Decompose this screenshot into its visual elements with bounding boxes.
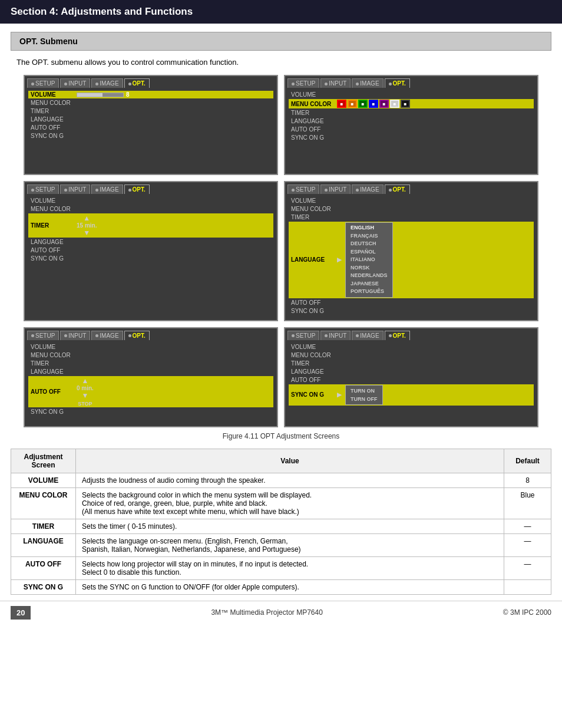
screen6-content: VOLUME MENU COLOR TIMER LANGUAGE AUTO OF… — [285, 340, 537, 411]
tab-setup-1[interactable]: SETUP — [27, 78, 59, 88]
menu-autooff-5[interactable]: AUTO OFF ▲ 0 min. ▼ STOP — [28, 376, 273, 407]
menu-language-1[interactable]: LANGUAGE — [28, 116, 273, 123]
tab-opt-2[interactable]: OPT. — [385, 78, 410, 88]
table-row: AUTO OFF Selects how long projector will… — [11, 556, 551, 579]
menu-autooff-3[interactable]: AUTO OFF — [28, 246, 273, 254]
tab-input-1[interactable]: INPUT — [60, 78, 90, 88]
section-title-text: Section 4: Adjustments and Functions — [11, 6, 193, 17]
menu-timer-4[interactable]: TIMER — [289, 213, 534, 221]
menu-volume-5[interactable]: VOLUME — [28, 343, 273, 351]
tab-image-4[interactable]: IMAGE — [352, 185, 383, 194]
menu-syncong-6[interactable]: SYNC ON G ▶ TURN ON TURN OFF — [289, 384, 534, 406]
tab-input-5[interactable]: INPUT — [60, 331, 90, 340]
language-submenu-arrow: ▶ — [337, 256, 342, 263]
menu-timer-2[interactable]: TIMER — [289, 109, 534, 117]
menu-volume-4[interactable]: VOLUME — [289, 197, 534, 205]
tab-image-3[interactable]: IMAGE — [91, 185, 123, 194]
tab-input-3[interactable]: INPUT — [60, 185, 90, 194]
tab-image-1[interactable]: IMAGE — [91, 78, 123, 88]
submenu-title-text: OPT. Submenu — [19, 37, 78, 46]
menu-menucolor-2[interactable]: MENU COLOR ■ ■ ■ ■ ■ ■ ■ — [289, 99, 534, 108]
menu-syncong-2[interactable]: SYNC ON G — [289, 134, 534, 141]
lang-japanese[interactable]: JAPANESE — [349, 280, 389, 288]
adj-syncong-value: Sets the SYNC on G function to ON/OFF (f… — [76, 579, 504, 594]
menu-menucolor-5[interactable]: MENU COLOR — [28, 351, 273, 359]
menu-autooff-4[interactable]: AUTO OFF — [289, 299, 534, 307]
sync-submenu: TURN ON TURN OFF — [345, 385, 383, 406]
menu-volume-6[interactable]: VOLUME — [289, 343, 534, 351]
tab-setup-4[interactable]: SETUP — [287, 185, 319, 194]
intro-text: The OPT. submenu allows you to control c… — [16, 58, 551, 67]
menu-timer-6[interactable]: TIMER — [289, 360, 534, 367]
tab-setup-2[interactable]: SETUP — [287, 78, 319, 88]
lang-norsk[interactable]: NORSK — [349, 264, 389, 272]
footer-center-text: 3M™ Multimedia Projector MP7640 — [211, 608, 322, 617]
swatch-red[interactable]: ■ — [337, 100, 346, 108]
menu-autooff-2[interactable]: AUTO OFF — [289, 126, 534, 133]
menu-syncong-3[interactable]: SYNC ON G — [28, 255, 273, 262]
swatch-purple[interactable]: ■ — [379, 100, 389, 108]
tab-image-5[interactable]: IMAGE — [91, 331, 123, 340]
timer-down-arrow[interactable]: ▼ — [83, 229, 90, 237]
swatch-black[interactable]: ■ — [401, 100, 410, 108]
autooff-down-arrow[interactable]: ▼ — [82, 391, 89, 400]
menu-autooff-1[interactable]: AUTO OFF — [28, 124, 273, 131]
tab-opt-4[interactable]: OPT. — [385, 185, 410, 194]
tab-setup-3[interactable]: SETUP — [27, 185, 59, 194]
swatch-orange[interactable]: ■ — [348, 100, 357, 108]
sync-turn-on[interactable]: TURN ON — [351, 387, 378, 395]
menu-menucolor-1[interactable]: MENU COLOR — [28, 99, 273, 107]
tab-input-4[interactable]: INPUT — [320, 185, 351, 194]
menu-timer-5[interactable]: TIMER — [28, 360, 273, 367]
menu-volume-2[interactable]: VOLUME — [289, 91, 534, 98]
menu-menucolor-6[interactable]: MENU COLOR — [289, 351, 534, 359]
menu-syncong-4[interactable]: SYNC ON G — [289, 307, 534, 315]
swatch-green[interactable]: ■ — [358, 100, 368, 108]
footer: 20 3M™ Multimedia Projector MP7640 © 3M … — [0, 601, 562, 624]
menu-autooff-6[interactable]: AUTO OFF — [289, 376, 534, 384]
menu-menucolor-3[interactable]: MENU COLOR — [28, 205, 273, 213]
lang-portugues[interactable]: PORTUGUÊS — [349, 288, 389, 296]
menu-volume-3[interactable]: VOLUME — [28, 197, 273, 205]
lang-espanol[interactable]: ESPAÑOL — [349, 248, 389, 256]
menu-language-4[interactable]: LANGUAGE ▶ ENGLISH FRANÇAIS DEUTSCH ESPA… — [289, 222, 534, 298]
menu-volume-1[interactable]: VOLUME 8 — [28, 91, 273, 98]
menu-timer-1[interactable]: TIMER — [28, 107, 273, 115]
tab-input-6[interactable]: INPUT — [320, 331, 351, 340]
tab-image-2[interactable]: IMAGE — [352, 78, 383, 88]
tab-opt-5[interactable]: OPT. — [124, 331, 150, 340]
tab-setup-6[interactable]: SETUP — [287, 331, 319, 340]
tab-image-6[interactable]: IMAGE — [352, 331, 383, 340]
tab-setup-5[interactable]: SETUP — [27, 331, 59, 340]
autooff-up-arrow[interactable]: ▲ — [82, 377, 89, 385]
lang-english[interactable]: ENGLISH — [349, 224, 389, 232]
menu-language-3[interactable]: LANGUAGE — [28, 238, 273, 246]
tab-opt-1[interactable]: OPT. — [124, 78, 150, 88]
adj-syncong-default — [504, 579, 551, 594]
screen6-tabs: SETUP INPUT IMAGE OPT. — [285, 328, 537, 340]
screen2-content: VOLUME MENU COLOR ■ ■ ■ ■ ■ ■ ■ TIMER LA… — [285, 88, 537, 147]
menu-language-5[interactable]: LANGUAGE — [28, 368, 273, 375]
adj-autooff-value: Selects how long projector will stay on … — [76, 556, 504, 579]
adj-autooff-label: AUTO OFF — [11, 556, 76, 579]
lang-italiano[interactable]: ITALIANO — [349, 256, 389, 264]
lang-deutsch[interactable]: DEUTSCH — [349, 240, 389, 248]
menu-language-6[interactable]: LANGUAGE — [289, 368, 534, 375]
timer-up-arrow[interactable]: ▲ — [83, 214, 90, 222]
lang-nederlands[interactable]: NEDERLANDS — [349, 272, 389, 280]
menu-menucolor-4[interactable]: MENU COLOR — [289, 205, 534, 213]
menu-syncong-5[interactable]: SYNC ON G — [28, 408, 273, 416]
tab-input-2[interactable]: INPUT — [320, 78, 351, 88]
sync-turn-off[interactable]: TURN OFF — [351, 395, 378, 403]
figure-caption: Figure 4.11 OPT Adjustment Screens — [0, 432, 562, 440]
menu-timer-3[interactable]: TIMER ▲ 15 min. ▼ — [28, 213, 273, 238]
menu-language-2[interactable]: LANGUAGE — [289, 117, 534, 125]
swatch-blue[interactable]: ■ — [369, 100, 378, 108]
swatch-white[interactable]: ■ — [390, 100, 399, 108]
tab-opt-3[interactable]: OPT. — [124, 185, 150, 194]
menu-syncong-1[interactable]: SYNC ON G — [28, 132, 273, 140]
autooff-control: ▲ 0 min. ▼ STOP — [77, 377, 94, 407]
lang-francais[interactable]: FRANÇAIS — [349, 232, 389, 241]
tab-opt-6[interactable]: OPT. — [385, 331, 410, 340]
screen5-content: VOLUME MENU COLOR TIMER LANGUAGE AUTO OF… — [25, 340, 277, 421]
